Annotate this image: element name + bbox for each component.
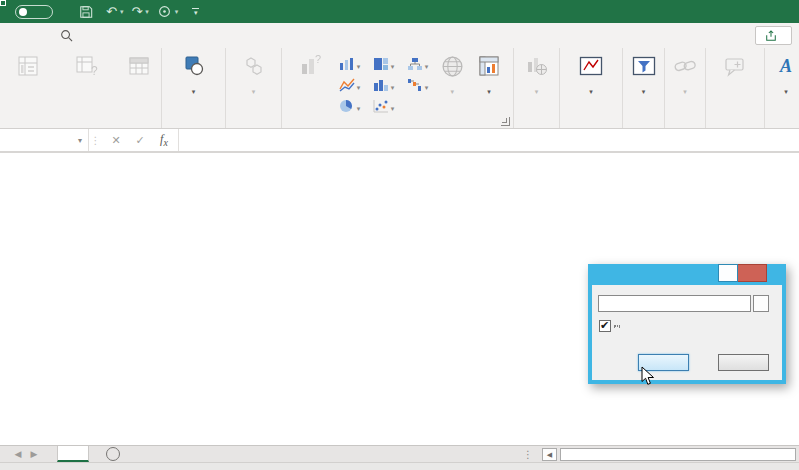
addins-icon [242, 52, 266, 80]
hierarchy-chart-icon [407, 57, 423, 71]
maps-caret-icon [451, 80, 455, 98]
horizontal-scrollbar: ⋮ ◀ [523, 447, 796, 462]
charts-dialog-launcher-icon[interactable] [501, 117, 510, 126]
headers-checkbox-label[interactable] [614, 325, 620, 327]
undo-icon[interactable]: ↶ [106, 5, 117, 18]
illustrations-caret-icon [192, 80, 196, 98]
pivottable-button[interactable] [2, 49, 54, 80]
formula-bar-splitter[interactable]: ⋮ [88, 129, 102, 151]
table-icon [127, 52, 151, 80]
histogram-chart-button[interactable] [370, 74, 404, 95]
group-tables: ? [0, 48, 162, 128]
dialog-close-button[interactable] [738, 264, 767, 282]
pivotchart-button[interactable] [467, 49, 511, 98]
recommended-charts-button[interactable]: ? [284, 49, 336, 80]
recommended-charts-icon: ? [298, 52, 322, 80]
group-charts: ? [282, 48, 514, 128]
pivotchart-icon [477, 52, 501, 80]
illustrations-icon [182, 52, 206, 80]
undo-caret-icon[interactable]: ▾ [120, 8, 124, 16]
illustrations-button[interactable] [179, 49, 209, 98]
table-button[interactable] [120, 49, 158, 80]
group-filters [623, 48, 665, 128]
group-addins [226, 48, 282, 128]
redo-caret-icon[interactable]: ▾ [145, 8, 149, 16]
column-chart-button[interactable] [336, 53, 370, 74]
link-button[interactable] [670, 49, 700, 98]
scrollbar-thumb[interactable] [560, 448, 796, 461]
pie-chart-button[interactable] [336, 95, 370, 116]
quick-access-toolbar: ↶▾ ↷▾ ▾ ▾ [67, 4, 199, 19]
sparklines-caret-icon [589, 80, 593, 98]
tab-scroll-splitter-icon[interactable]: ⋮ [523, 449, 533, 460]
ribbon: ? [0, 48, 799, 129]
touch-mode-caret-icon[interactable]: ▾ [175, 8, 179, 16]
create-table-dialog [588, 264, 786, 384]
redo-icon[interactable]: ↷ [131, 5, 142, 18]
prev-sheet-icon[interactable]: ◀ [11, 449, 25, 459]
svg-text:?: ? [91, 64, 98, 78]
collapse-dialog-button[interactable] [753, 295, 769, 312]
threed-map-button[interactable] [518, 49, 556, 98]
hierarchy-chart-button[interactable] [404, 53, 438, 74]
column-chart-icon [339, 57, 355, 71]
formula-buttons: ✕ ✓ fx [102, 129, 179, 151]
my-table-has-headers-checkbox[interactable] [599, 320, 611, 332]
excel-window: ↶▾ ↷▾ ▾ ▾ [0, 0, 799, 470]
dialog-help-button[interactable] [718, 264, 738, 282]
touch-mouse-mode-icon[interactable] [157, 4, 172, 19]
dialog-buttons [592, 354, 782, 371]
comment-icon [723, 52, 747, 80]
treemap-chart-button[interactable] [370, 53, 404, 74]
customize-qat-icon[interactable]: ▾ [192, 8, 199, 15]
save-icon[interactable] [79, 5, 93, 19]
waterfall-chart-button[interactable] [404, 74, 438, 95]
insert-function-icon[interactable]: fx [152, 132, 176, 148]
waterfall-chart-icon [407, 78, 423, 92]
line-chart-button[interactable] [336, 74, 370, 95]
filters-caret-icon [642, 80, 646, 98]
sheet-tab-sheet1[interactable] [57, 446, 89, 462]
recommended-pivottables-icon: ? [75, 52, 99, 80]
mouse-cursor [641, 366, 655, 386]
tell-me-box[interactable] [60, 23, 80, 48]
group-sparklines [560, 48, 623, 128]
recommended-pivottables-button[interactable]: ? [54, 49, 120, 80]
name-box-caret-icon[interactable]: ▾ [78, 136, 82, 145]
autosave-toggle[interactable] [15, 5, 53, 19]
addins-caret-icon [252, 80, 256, 98]
status-bar [0, 462, 799, 470]
name-box[interactable]: ▾ [0, 129, 88, 151]
scroll-left-icon[interactable]: ◀ [542, 448, 557, 461]
toggle-knob-icon [19, 8, 27, 16]
pivotchart-caret-icon [487, 80, 491, 98]
link-caret-icon [683, 80, 687, 98]
search-icon [60, 29, 73, 42]
text-button[interactable] [777, 49, 795, 98]
headers-checkbox-row [599, 320, 776, 332]
filters-button[interactable] [629, 49, 659, 98]
group-label-charts [282, 115, 513, 128]
filters-icon [632, 52, 656, 80]
comment-button[interactable] [720, 49, 750, 80]
share-icon [765, 30, 777, 42]
group-label-tables [0, 115, 161, 128]
table-range-input[interactable] [598, 295, 751, 312]
addins-button[interactable] [237, 49, 271, 98]
confirm-entry-icon[interactable]: ✓ [128, 134, 152, 147]
cancel-entry-icon[interactable]: ✕ [104, 134, 128, 147]
cancel-button[interactable] [718, 354, 769, 371]
threed-map-caret-icon [535, 80, 539, 98]
group-links [665, 48, 706, 128]
scatter-chart-button[interactable] [370, 95, 404, 116]
next-sheet-icon[interactable]: ▶ [27, 449, 41, 459]
new-sheet-button[interactable] [106, 447, 120, 461]
maps-button[interactable] [438, 49, 467, 98]
formula-bar: ▾ ⋮ ✕ ✓ fx [0, 129, 799, 153]
range-input-row [598, 295, 776, 312]
share-button[interactable] [755, 26, 792, 45]
line-chart-icon [339, 78, 355, 92]
text-caret-icon [784, 80, 788, 98]
sparklines-button[interactable] [576, 49, 606, 98]
group-label-comments [706, 115, 764, 128]
